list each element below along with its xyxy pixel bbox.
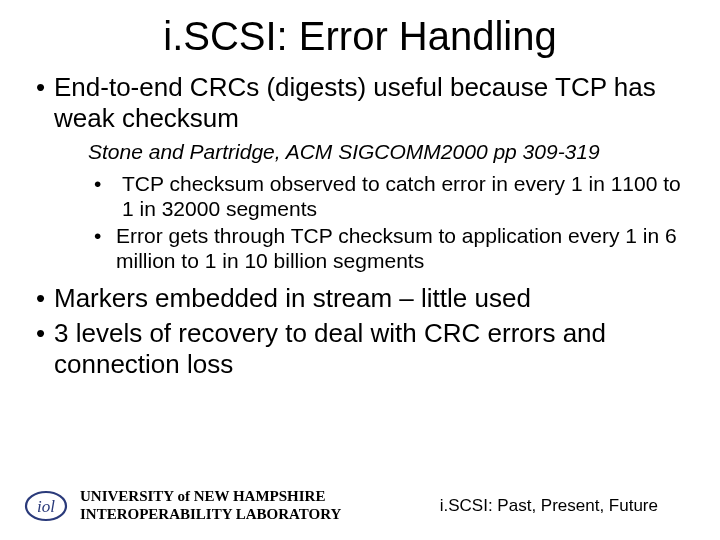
bullet-recovery-text: 3 levels of recovery to deal with CRC er… [54, 318, 606, 379]
svg-text:iol: iol [37, 497, 55, 516]
bullet-markers-text: Markers embedded in stream – little used [54, 283, 531, 313]
org-line1: UNIVERSITY of NEW HAMPSHIRE [80, 487, 341, 506]
subbullet-checksum-catch: TCP checksum observed to catch error in … [94, 171, 690, 221]
footer: iol UNIVERSITY of NEW HAMPSHIRE INTEROPE… [0, 474, 720, 524]
footer-right: i.SCSI: Past, Present, Future [440, 496, 658, 516]
subbullet-error-through-text: Error gets through TCP checksum to appli… [116, 224, 677, 272]
subbullet-error-through: Error gets through TCP checksum to appli… [94, 223, 690, 273]
bullet-recovery: 3 levels of recovery to deal with CRC er… [36, 318, 690, 379]
spacer [36, 275, 690, 283]
footer-right-text: i.SCSI: Past, Present, Future [440, 496, 658, 515]
citation-text: Stone and Partridge, ACM SIGCOMM2000 pp … [88, 140, 600, 163]
iol-logo-icon: iol [24, 490, 68, 522]
subbullet-checksum-catch-text: TCP checksum observed to catch error in … [122, 172, 681, 220]
slide-title: i.SCSI: Error Handling [0, 14, 720, 59]
bullet-crc: End-to-end CRCs (digests) useful because… [36, 72, 690, 133]
org-line2: INTEROPERABILITY LABORATORY [80, 505, 341, 524]
citation: Stone and Partridge, ACM SIGCOMM2000 pp … [88, 139, 690, 164]
slide-body: End-to-end CRCs (digests) useful because… [36, 72, 690, 383]
bullet-crc-text: End-to-end CRCs (digests) useful because… [54, 72, 656, 133]
slide: i.SCSI: Error Handling End-to-end CRCs (… [0, 0, 720, 540]
bullet-markers: Markers embedded in stream – little used [36, 283, 690, 314]
org-name: UNIVERSITY of NEW HAMPSHIRE INTEROPERABI… [80, 487, 341, 525]
